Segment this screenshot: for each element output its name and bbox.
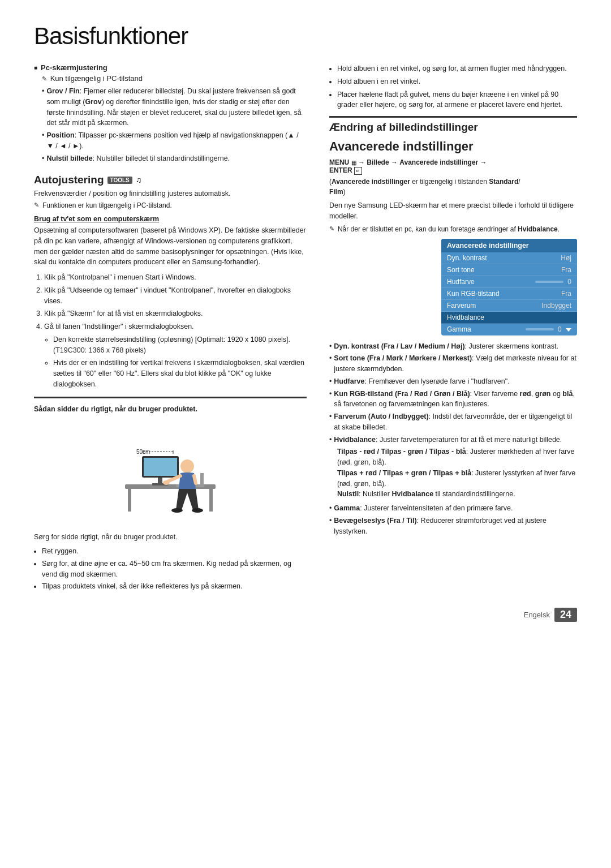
hv-line2: Tilpas + rød / Tilpas + grøn / Tilpas + … [337,468,577,489]
bullets-below2: Gamma: Justerer farveintensiteten af den… [329,503,577,536]
svg-rect-1 [128,489,131,512]
svg-point-18 [163,480,170,485]
box-row-kun-rgb: Kun RGB-tilstand Fra [441,288,577,300]
svg-point-16 [171,508,183,513]
hv-line3: Nulstil: Nulstiller Hvidbalance til stan… [337,489,577,500]
bullets-below-box: Dyn. kontrast (Fra / Lav / Medium / Høj)… [329,341,577,445]
page-footer: Engelsk 24 [34,608,577,622]
svg-rect-6 [144,458,177,476]
autojustering-note: ✎ Funktionen er kun tilgængelig i PC-til… [34,201,307,209]
menu-path: MENU ▦ → Billede → Avancerede indstillin… [329,158,577,174]
box-row-sort-tone: Sort tone Fra [441,264,577,276]
right-bullet-3: Placer hælene fladt på gulvet, mens du b… [337,89,577,111]
pc-heading: Pc-skærmjustering [34,63,307,72]
avancerede-note: (Avancerede indstillinger er tilgængelig… [329,177,577,197]
pc-note1: ✎ Kun tilgængelig i PC-tilstand [42,74,307,83]
bb-bevaegelseslys: Bevægelseslys (Fra / Til): Reducerer str… [329,515,577,537]
avancerede-note2: ✎ Når der er tilsluttet en pc, kan du ku… [329,225,577,233]
avancerede-section: Avancerede indstillinger MENU ▦ → Billed… [329,139,577,536]
pc-bullet-grov: Grov / Fin: Fjerner eller reducerer bill… [42,86,307,128]
autojustering-desc: Frekvensværdier / position og finindstil… [34,188,307,199]
avancerede-title: Avancerede indstillinger [329,139,577,154]
avancerede-box-title: Avancerede indstillinger [441,239,577,252]
bb-kun-rgb: Kun RGB-tilstand (Fra / Rød / Grøn / Blå… [329,389,577,410]
pc-bullet-nulstil: Nulstil billede: Nulstiller billedet til… [42,153,307,164]
right-bullet-2: Hold albuen i en ret vinkel. [337,76,577,87]
box-row-farverum: Farverum Indbygget [441,300,577,312]
footer-lang: Engelsk [524,611,550,619]
step4-sub2: Hvis der er en indstilling for vertikal … [53,358,307,389]
after-fig-li3: Tilpas produktets vinkel, så der ikke re… [42,581,307,592]
pc-section: Pc-skærmjustering ✎ Kun tilgængelig i PC… [34,63,307,164]
saadan-heading: Sådan sidder du rigtigt, når du bruger p… [34,404,307,415]
right-column: Hold albuen i en ret vinkel, og sørg for… [329,63,577,596]
figure-container: 50cm [34,422,307,524]
box-row-gamma: Gamma 0 [441,324,577,336]
brug-section: Brug af tv'et som en computerskærm Opsæt… [34,215,307,390]
svg-point-17 [192,508,203,513]
page-title: Basisfunktioner [34,23,577,50]
hv-line1: Tilpas - rød / Tilpas - grøn / Tilpas - … [337,446,577,468]
after-fig-li2: Sørg for, at dine øjne er ca. 45~50 cm f… [42,558,307,580]
avancerede-box: Avancerede indstillinger Dyn. kontrast H… [441,239,577,336]
pc-bullets: Grov / Fin: Fjerner eller reducerer bill… [42,86,307,164]
svg-rect-2 [209,489,213,512]
svg-point-13 [180,459,194,473]
bb-gamma: Gamma: Justerer farveintensiteten af den… [329,503,577,514]
tools-badge: TOOLS [107,177,132,184]
right-bullet-1: Hold albuen i en ret vinkel, og sørg for… [337,63,577,74]
page-number: 24 [554,608,577,622]
hvidbalance-detail: Tilpas - rød / Tilpas - grøn / Tilpas - … [337,446,577,500]
step4-subbullets: Den korrekte størrelsesindstilling (oplø… [53,334,307,390]
after-figure-list: Ret ryggen. Sørg for, at dine øjne er ca… [42,546,307,592]
after-fig-li1: Ret ryggen. [42,546,307,557]
bb-sort-tone: Sort tone (Fra / Mørk / Mørkere / Mørkes… [329,353,577,375]
right-top-bullets: Hold albuen i en ret vinkel, og sørg for… [337,63,577,110]
box-row-hudfarve: Hudfarve 0 [441,276,577,288]
left-column: Pc-skærmjustering ✎ Kun tilgængelig i PC… [34,63,307,596]
svg-line-15 [194,476,196,483]
brug-heading: Brug af tv'et som en computerskærm [34,215,307,223]
person-illustration: 50cm [108,422,233,524]
brug-desc: Opsætning af computersoftwaren (baseret … [34,225,307,268]
step4-sub1: Den korrekte størrelsesindstilling (oplø… [53,334,307,356]
step-4: Gå til fanen "Indstillinger" i skærmdial… [44,321,307,390]
avancerede-desc: Den nye Samsung LED-skærm har et mere pr… [329,200,577,222]
step-3: Klik på "Skærm" for at få vist en skærmd… [44,308,307,319]
brug-steps: Klik på "Kontrolpanel" i menuen Start i … [44,272,307,390]
bb-dyn-kontrast: Dyn. kontrast (Fra / Lav / Medium / Høj)… [329,341,577,352]
box-row-dyn-kontrast: Dyn. kontrast Høj [441,252,577,264]
figure-divider [34,397,307,398]
autojustering-section: Autojustering TOOLS ♫ Frekvensværdier / … [34,174,307,209]
bb-farverum: Farverum (Auto / Indbygget): Indstil det… [329,411,577,433]
pc-bullet-position: Position: Tilpasser pc-skærmens position… [42,130,307,152]
box-row-hvidbalance: Hvidbalance [441,312,577,324]
step-2: Klik på "Udseende og temaer" i vinduet "… [44,285,307,307]
bb-hvidbalance: Hvidbalance: Juster farvetemperaturen fo… [329,435,577,445]
step-1: Klik på "Kontrolpanel" i menuen Start i … [44,272,307,283]
after-fig-p1: Sørg for sidde rigtigt, når du bruger pr… [34,532,307,543]
aendring-title: Ændring af billedindstillinger [329,121,577,134]
svg-rect-12 [200,473,204,486]
aendring-section: Ændring af billedindstillinger [329,116,577,134]
autojustering-title: Autojustering TOOLS ♫ [34,174,307,186]
bb-hudfarve: Hudfarve: Fremhæver den lyserøde farve i… [329,376,577,387]
